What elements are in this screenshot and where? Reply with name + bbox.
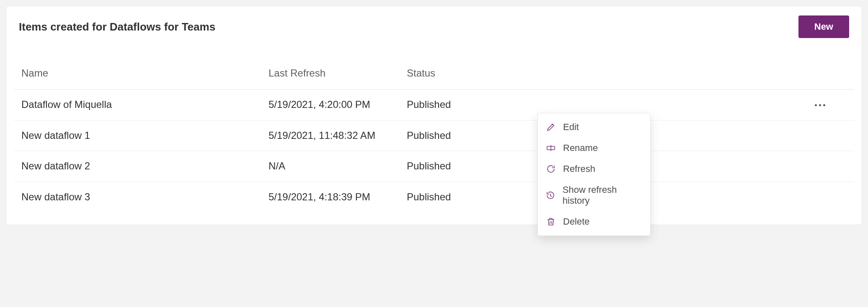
- card-header: Items created for Dataflows for Teams Ne…: [6, 6, 862, 38]
- column-header-actions: [517, 67, 854, 90]
- cell-last-refresh: 5/19/2021, 4:18:39 PM: [261, 182, 399, 212]
- history-icon: [545, 190, 556, 201]
- table-row[interactable]: Dataflow of Miquella5/19/2021, 4:20:00 P…: [14, 90, 854, 120]
- table-row[interactable]: New dataflow 35/19/2021, 4:18:39 PMPubli…: [14, 182, 854, 212]
- row-actions-button[interactable]: [811, 129, 829, 143]
- new-button[interactable]: New: [798, 15, 849, 38]
- ellipsis-icon: [815, 104, 825, 106]
- column-header-name[interactable]: Name: [14, 67, 261, 90]
- menu-item-label: Rename: [563, 143, 598, 154]
- refresh-icon: [545, 164, 556, 174]
- menu-item-show-refresh-history[interactable]: Show refresh history: [538, 179, 650, 211]
- table-row[interactable]: New dataflow 15/19/2021, 11:48:32 AMPubl…: [14, 120, 854, 151]
- cell-last-refresh: 5/19/2021, 4:20:00 PM: [261, 90, 399, 120]
- column-header-status[interactable]: Status: [399, 67, 517, 90]
- row-context-menu: Edit Rename Refresh Show refresh history…: [537, 113, 651, 236]
- dataflows-card: Items created for Dataflows for Teams Ne…: [6, 6, 862, 225]
- cell-status: Published: [399, 182, 517, 212]
- rename-icon: [545, 143, 556, 154]
- menu-item-rename[interactable]: Rename: [538, 138, 650, 159]
- menu-item-label: Edit: [563, 122, 579, 133]
- menu-item-delete[interactable]: Delete: [538, 211, 650, 232]
- menu-item-label: Refresh: [563, 164, 595, 174]
- cell-name: Dataflow of Miquella: [14, 90, 261, 120]
- edit-icon: [545, 122, 556, 133]
- row-actions-button[interactable]: [811, 160, 829, 174]
- cell-name: New dataflow 1: [14, 120, 261, 151]
- cell-status: Published: [399, 90, 517, 120]
- dataflows-table: Name Last Refresh Status Dataflow of Miq…: [14, 67, 854, 212]
- card-title: Items created for Dataflows for Teams: [19, 20, 215, 33]
- column-header-refresh[interactable]: Last Refresh: [261, 67, 399, 90]
- cell-status: Published: [399, 151, 517, 182]
- row-actions-button[interactable]: [811, 190, 829, 205]
- menu-item-refresh[interactable]: Refresh: [538, 159, 650, 179]
- table-header-row: Name Last Refresh Status: [14, 67, 854, 90]
- table-row[interactable]: New dataflow 2N/APublished: [14, 151, 854, 182]
- cell-last-refresh: 5/19/2021, 11:48:32 AM: [261, 120, 399, 151]
- menu-item-label: Show refresh history: [563, 184, 643, 206]
- cell-status: Published: [399, 120, 517, 151]
- cell-name: New dataflow 2: [14, 151, 261, 182]
- delete-icon: [545, 216, 556, 227]
- cell-last-refresh: N/A: [261, 151, 399, 182]
- menu-item-edit[interactable]: Edit: [538, 117, 650, 138]
- row-actions-button[interactable]: [811, 98, 829, 113]
- cell-name: New dataflow 3: [14, 182, 261, 212]
- menu-item-label: Delete: [563, 216, 590, 227]
